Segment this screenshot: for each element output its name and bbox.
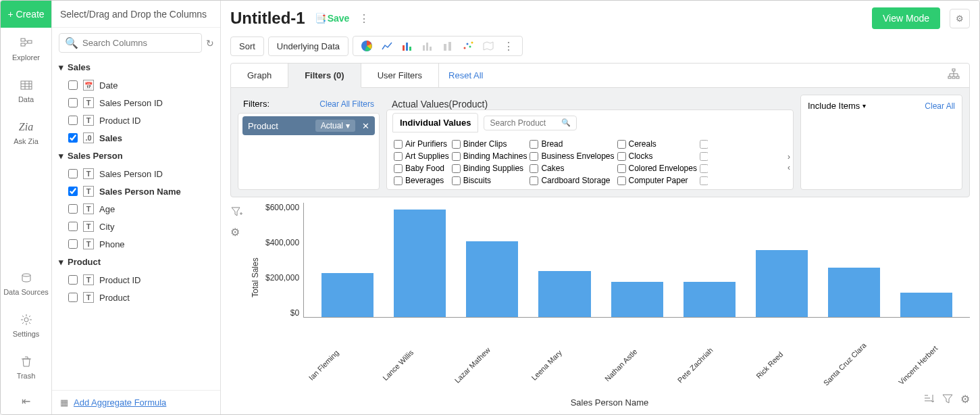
group-header[interactable]: ▾Sales xyxy=(59,58,213,76)
svg-point-17 xyxy=(469,46,471,48)
product-checkbox[interactable]: Clocks xyxy=(617,151,697,161)
chart-more-icon[interactable]: ⋮ xyxy=(502,39,515,53)
rail-settings[interactable]: Settings xyxy=(10,304,43,346)
zia-icon: Zia xyxy=(19,120,34,135)
settings-button[interactable]: ⚙ xyxy=(950,9,970,28)
bar-gray-icon[interactable] xyxy=(421,39,434,53)
rail-trash[interactable]: Trash xyxy=(14,346,38,388)
clear-all-include-link[interactable]: Clear All xyxy=(925,101,955,111)
chart-bar[interactable] xyxy=(684,282,736,317)
filter-mode-dropdown[interactable]: Actual ▾ xyxy=(315,120,355,132)
column-item[interactable]: .0Sales xyxy=(59,129,213,147)
chevron-down-icon: ▾ xyxy=(59,62,63,72)
reset-all-link[interactable]: Reset All xyxy=(439,70,492,80)
column-item[interactable]: TProduct ID xyxy=(59,112,213,129)
product-checkbox[interactable]: Art Supplies xyxy=(394,151,449,161)
view-mode-button[interactable]: View Mode xyxy=(872,7,940,29)
product-checkbox[interactable]: Bread xyxy=(530,139,614,149)
save-button[interactable]: 📑 Save xyxy=(315,13,350,24)
individual-values-tab[interactable]: Individual Values xyxy=(392,113,478,132)
sort-button[interactable]: Sort xyxy=(230,36,264,56)
chart-bar[interactable] xyxy=(828,268,880,317)
product-checkbox[interactable]: Beverages xyxy=(394,176,449,185)
search-icon: 🔍 xyxy=(561,118,571,127)
filter-chip-product[interactable]: Product Actual ▾ ✕ xyxy=(242,116,375,135)
refresh-icon[interactable]: ↻ xyxy=(206,38,214,49)
tab-graph[interactable]: Graph xyxy=(231,64,288,87)
product-checkbox[interactable]: Biscuits xyxy=(452,176,527,185)
product-checkbox[interactable]: Business Envelopes xyxy=(530,151,614,161)
include-column: Include Items ▾ Clear All xyxy=(800,95,962,190)
column-item[interactable]: TPhone xyxy=(59,235,213,253)
include-items-dropdown[interactable]: Include Items ▾ xyxy=(808,101,866,111)
chart-plot xyxy=(303,203,970,318)
column-item[interactable]: TSales Person ID xyxy=(59,94,213,112)
chart-bar[interactable] xyxy=(611,282,663,317)
column-item[interactable]: TCity xyxy=(59,218,213,235)
chart-bar[interactable] xyxy=(756,250,808,317)
text-icon: T xyxy=(83,115,94,126)
search-product-input[interactable]: 🔍 xyxy=(484,116,577,130)
rail-ask-zia[interactable]: Zia Ask Zia xyxy=(11,112,41,153)
product-checkbox[interactable]: Colored Envelopes xyxy=(617,164,697,173)
chart-bar[interactable] xyxy=(321,273,373,317)
scroll-right-icon[interactable]: › xyxy=(788,152,790,162)
group-header[interactable]: ▾Sales Person xyxy=(59,147,213,165)
underlying-data-button[interactable]: Underlying Data xyxy=(268,36,349,56)
rail-data-sources[interactable]: Data Sources xyxy=(1,262,51,304)
plus-icon: + xyxy=(7,9,13,20)
create-button[interactable]: + Create xyxy=(1,1,51,28)
formula-icon: ▦ xyxy=(60,397,68,408)
chart-bar[interactable] xyxy=(466,241,518,317)
stacked-bar-icon[interactable] xyxy=(441,39,455,53)
column-item[interactable]: TAge xyxy=(59,200,213,218)
add-aggregate-formula[interactable]: ▦ Add Aggregate Formula xyxy=(52,390,220,414)
title-more-icon[interactable]: ⋮ xyxy=(359,12,369,25)
product-checkbox[interactable]: Baby Food xyxy=(394,164,449,173)
svg-rect-14 xyxy=(448,42,451,51)
group-header[interactable]: ▾Product xyxy=(59,253,213,271)
column-item[interactable]: TSales Person Name xyxy=(59,182,213,200)
chart-bar[interactable] xyxy=(538,271,590,317)
svg-rect-7 xyxy=(403,45,405,51)
chart-settings-icon[interactable]: ⚙ xyxy=(230,226,249,239)
product-checkbox[interactable]: Cardboard Storage xyxy=(530,176,614,185)
tab-user-filters[interactable]: User Filters xyxy=(361,64,439,87)
column-item[interactable]: 📅Date xyxy=(59,76,213,94)
filter-add-icon[interactable] xyxy=(230,205,249,220)
text-icon: T xyxy=(83,274,94,285)
map-chart-icon[interactable] xyxy=(482,39,495,53)
svg-point-15 xyxy=(464,47,466,49)
chart-bar[interactable] xyxy=(900,293,952,317)
product-checkbox[interactable]: Cakes xyxy=(530,164,614,173)
filter-icon[interactable] xyxy=(942,393,954,408)
tab-filters[interactable]: Filters (0) xyxy=(288,64,361,88)
svg-point-4 xyxy=(22,274,30,276)
product-checkbox[interactable]: Binder Clips xyxy=(452,139,527,149)
collapse-rail-icon[interactable]: ⇤ xyxy=(15,388,37,414)
product-checkbox[interactable]: Cereals xyxy=(617,139,697,149)
tree-icon[interactable] xyxy=(938,68,969,83)
column-item[interactable]: TSales Person ID xyxy=(59,165,213,182)
line-chart-icon[interactable] xyxy=(380,39,394,53)
scroll-left-icon[interactable]: ‹ xyxy=(788,163,790,172)
scatter-chart-icon[interactable] xyxy=(461,39,475,53)
clear-all-filters-link[interactable]: Clear All Filters xyxy=(319,99,374,109)
rail-explorer[interactable]: Explorer xyxy=(9,28,43,70)
bar-chart-icon[interactable] xyxy=(401,39,414,53)
chart-bar[interactable] xyxy=(394,210,446,317)
chart-config-icon[interactable]: ⚙ xyxy=(960,393,970,408)
product-checkbox[interactable]: Computer Paper xyxy=(617,176,697,185)
pie-chart-icon[interactable] xyxy=(360,39,373,53)
column-item[interactable]: TProduct xyxy=(59,289,213,306)
rail-data[interactable]: Data xyxy=(16,70,36,112)
sort-bars-icon[interactable] xyxy=(923,393,935,408)
product-checkbox[interactable]: Binding Machines xyxy=(452,151,527,161)
chevron-down-icon: ▾ xyxy=(59,257,63,267)
column-item[interactable]: TProduct ID xyxy=(59,271,213,289)
search-columns-input[interactable]: 🔍 xyxy=(59,33,202,53)
product-checkbox[interactable]: Binding Supplies xyxy=(452,164,527,173)
product-checkbox[interactable]: Air Purifiers xyxy=(394,139,449,149)
remove-filter-icon[interactable]: ✕ xyxy=(362,121,369,131)
y-axis-ticks: $600,000$400,000$200,000$0 xyxy=(261,203,303,318)
